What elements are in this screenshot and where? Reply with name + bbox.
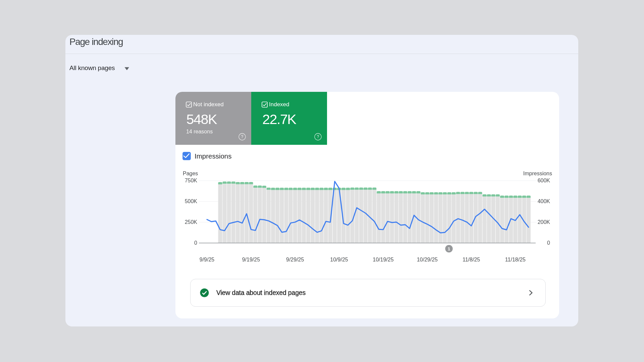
- svg-text:0: 0: [547, 240, 550, 246]
- svg-text:10/29/25: 10/29/25: [417, 257, 438, 262]
- svg-text:250K: 250K: [185, 219, 198, 225]
- svg-text:11/18/25: 11/18/25: [505, 257, 526, 262]
- svg-text:Pages: Pages: [183, 171, 198, 176]
- svg-text:Impressions: Impressions: [523, 171, 552, 176]
- svg-text:9/29/25: 9/29/25: [286, 257, 304, 262]
- svg-text:11/8/25: 11/8/25: [463, 257, 480, 262]
- svg-text:?: ?: [241, 134, 244, 139]
- svg-text:?: ?: [317, 134, 319, 139]
- svg-text:600K: 600K: [538, 178, 550, 183]
- svg-text:1: 1: [448, 246, 450, 251]
- svg-text:10/9/25: 10/9/25: [330, 257, 348, 262]
- svg-text:10/19/25: 10/19/25: [373, 257, 393, 262]
- svg-text:750K: 750K: [185, 178, 198, 183]
- svg-text:9/19/25: 9/19/25: [242, 257, 260, 262]
- svg-text:500K: 500K: [185, 198, 198, 204]
- svg-text:9/9/25: 9/9/25: [200, 257, 215, 262]
- svg-text:400K: 400K: [538, 198, 550, 204]
- svg-text:200K: 200K: [538, 219, 550, 225]
- svg-text:0: 0: [194, 240, 197, 246]
